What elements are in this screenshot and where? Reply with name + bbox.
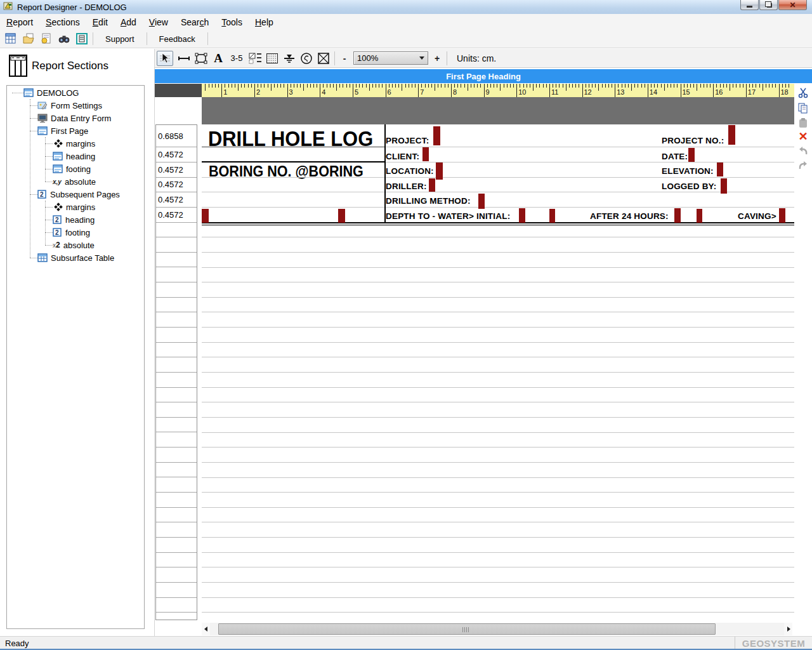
- row-height-cell[interactable]: 0.4572: [156, 147, 197, 162]
- row-height-cell[interactable]: [156, 223, 197, 238]
- row-height-cell[interactable]: [156, 493, 197, 508]
- delete-icon[interactable]: ✕: [797, 131, 809, 142]
- row-height-cell[interactable]: [156, 433, 197, 448]
- row-height-cell[interactable]: [156, 388, 197, 403]
- row-height-cell[interactable]: [156, 312, 197, 328]
- field-marker[interactable]: [422, 147, 429, 161]
- row-height-cell[interactable]: 0.4572: [156, 162, 197, 178]
- row-height-cell[interactable]: [156, 373, 197, 388]
- field-marker[interactable]: [721, 178, 727, 194]
- field-label-location[interactable]: LOCATION:: [386, 166, 434, 176]
- field-marker[interactable]: [549, 209, 555, 223]
- scrollbar-thumb[interactable]: [218, 623, 716, 635]
- row-height-cell[interactable]: [156, 237, 197, 253]
- row-height-cell[interactable]: 0.4572: [156, 192, 197, 208]
- row-height-cell[interactable]: [156, 583, 197, 598]
- menu-tools[interactable]: Tools: [215, 15, 249, 29]
- design-canvas[interactable]: DRILL HOLE LOG BORING NO. @BORING PROJEC…: [202, 124, 794, 620]
- row-height-cell[interactable]: [156, 448, 197, 463]
- field-marker[interactable]: [688, 148, 695, 162]
- undo-icon[interactable]: [797, 145, 809, 157]
- rectangle-tool[interactable]: [195, 52, 207, 65]
- support-button[interactable]: Support: [97, 32, 143, 46]
- field-marker[interactable]: [519, 208, 525, 223]
- field-marker[interactable]: [338, 209, 345, 223]
- copy-icon[interactable]: [797, 102, 809, 114]
- find-icon[interactable]: [57, 32, 71, 45]
- pointer-tool[interactable]: [157, 51, 173, 66]
- field-label-driller[interactable]: DRILLER:: [386, 182, 427, 191]
- paste-icon[interactable]: [797, 117, 809, 129]
- menu-add[interactable]: Add: [114, 15, 143, 29]
- tree-item-margins[interactable]: margins: [53, 137, 95, 150]
- tree-item-form-settings[interactable]: Form Settings: [37, 99, 102, 112]
- field-label-client[interactable]: CLIENT:: [386, 152, 419, 161]
- line-tool[interactable]: [178, 52, 190, 65]
- field-marker[interactable]: [779, 208, 785, 223]
- form-title[interactable]: DRILL HOLE LOG: [208, 127, 373, 152]
- field-marker[interactable]: [202, 209, 209, 223]
- horizontal-scrollbar[interactable]: [202, 623, 792, 635]
- feedback-button[interactable]: Feedback: [151, 32, 204, 46]
- menu-edit[interactable]: Edit: [86, 15, 114, 29]
- field-label-elevation[interactable]: ELEVATION:: [662, 166, 714, 176]
- minimize-button[interactable]: [740, 0, 759, 10]
- field-label-loggedby[interactable]: LOGGED BY:: [662, 182, 717, 191]
- tree-item-subsequent-pages[interactable]: 2Subsequent Pages: [37, 188, 120, 201]
- field-label-depth-to-water-initial[interactable]: DEPTH TO - WATER> INITIAL:: [386, 211, 510, 221]
- restore-button[interactable]: [759, 0, 778, 10]
- row-height-cell[interactable]: [156, 463, 197, 478]
- tree-item-subsurface-table[interactable]: Subsurface Table: [37, 251, 114, 264]
- field-marker[interactable]: [433, 126, 440, 145]
- row-height-cell[interactable]: [156, 357, 197, 373]
- row-height-cell[interactable]: [156, 553, 197, 568]
- form-icon[interactable]: [75, 32, 89, 45]
- field-marker[interactable]: [478, 194, 485, 209]
- field-label-drillingmethod[interactable]: DRILLING METHOD:: [386, 196, 471, 206]
- tree-item-data-entry-form[interactable]: Data Entry Form: [37, 112, 111, 124]
- text-tool[interactable]: A: [212, 52, 225, 65]
- row-height-cell[interactable]: [156, 418, 197, 433]
- row-height-cell[interactable]: [156, 343, 197, 358]
- cut-icon[interactable]: [797, 87, 809, 98]
- row-height-cell[interactable]: 0.6858: [156, 125, 197, 147]
- field-marker[interactable]: [717, 162, 723, 176]
- field-label-date[interactable]: DATE:: [662, 152, 688, 161]
- symbol-tool[interactable]: [300, 52, 313, 65]
- field-marker[interactable]: [429, 178, 435, 192]
- crossed-box-tool[interactable]: [317, 52, 330, 65]
- scroll-right-arrow[interactable]: [784, 623, 792, 635]
- scroll-left-arrow[interactable]: [202, 623, 210, 635]
- fill-tool[interactable]: [266, 52, 278, 65]
- tree-item-footing[interactable]: 2footing: [53, 226, 90, 239]
- tree-item-heading[interactable]: 2heading: [53, 213, 95, 226]
- row-height-cell[interactable]: [156, 298, 197, 313]
- close-button[interactable]: ✕: [778, 0, 807, 10]
- water-level-tool[interactable]: [283, 52, 296, 65]
- preview-icon[interactable]: [39, 32, 53, 45]
- row-height-cell[interactable]: 0.4572: [156, 178, 197, 193]
- menu-sections[interactable]: Sections: [39, 15, 86, 29]
- field-label-caving[interactable]: CAVING>: [738, 211, 776, 221]
- tree-item-margins[interactable]: margins: [53, 201, 95, 213]
- form-boring-label[interactable]: BORING NO. @BORING: [209, 163, 363, 180]
- row-height-cell[interactable]: [156, 538, 197, 553]
- row-height-cell[interactable]: [156, 268, 197, 283]
- row-height-cell[interactable]: [156, 598, 197, 613]
- field-marker[interactable]: [674, 208, 681, 223]
- tree-item-absolute[interactable]: x,yabsolute: [53, 175, 96, 188]
- open-icon[interactable]: [22, 32, 36, 45]
- legend-tool[interactable]: [249, 52, 261, 65]
- field-marker[interactable]: [728, 125, 735, 145]
- row-height-cell[interactable]: 0.4572: [156, 208, 197, 223]
- row-height-cell[interactable]: [156, 402, 197, 418]
- menu-view[interactable]: View: [143, 15, 174, 29]
- field-marker[interactable]: [436, 162, 443, 180]
- tree-item-demolog[interactable]: DEMOLOG: [23, 86, 79, 99]
- row-height-cell[interactable]: [156, 328, 197, 343]
- zoom-in-button[interactable]: +: [432, 53, 442, 63]
- redo-icon[interactable]: [797, 160, 809, 171]
- tree-item-first-page[interactable]: First Page: [37, 124, 88, 137]
- row-height-cell[interactable]: [156, 253, 197, 268]
- row-height-cell[interactable]: [156, 522, 197, 538]
